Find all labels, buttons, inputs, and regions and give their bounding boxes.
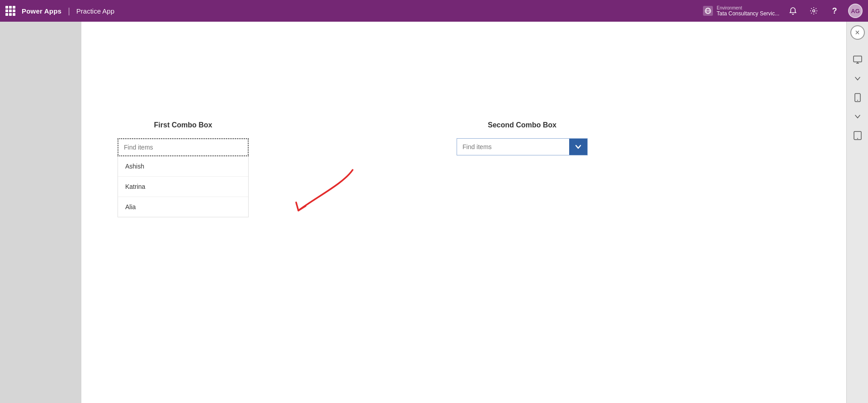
chevron-down-icon [855, 115, 860, 118]
first-combo-input[interactable] [118, 138, 249, 156]
desktop-chevron-button[interactable] [849, 70, 866, 87]
environment-name: Tata Consultancy Servic... [717, 10, 779, 17]
annotation-arrow [271, 165, 362, 220]
second-combo-label: Second Combo Box [488, 121, 557, 129]
second-combo-input[interactable] [457, 139, 569, 155]
left-sidebar [0, 22, 81, 403]
first-combo-label: First Combo Box [154, 121, 212, 129]
svg-point-8 [857, 100, 858, 101]
environment-label: Environment [717, 5, 779, 10]
help-button[interactable]: ? [827, 4, 842, 18]
bell-button[interactable] [786, 4, 800, 18]
first-combo-section: First Combo Box Ashish Katrina Alia [118, 121, 249, 217]
first-combo-dropdown: Ashish Katrina Alia [118, 156, 249, 217]
topbar: Power Apps | Practice App Environment Ta… [0, 0, 868, 22]
chevron-down-icon [855, 77, 860, 80]
second-combo-container [457, 138, 588, 155]
list-item[interactable]: Ashish [118, 156, 248, 177]
mobile-view-button[interactable] [849, 89, 866, 106]
mobile-chevron-button[interactable] [849, 108, 866, 125]
chevron-down-icon [575, 144, 581, 150]
svg-rect-4 [854, 56, 862, 62]
environment-text: Environment Tata Consultancy Servic... [717, 5, 779, 17]
environment-block: Environment Tata Consultancy Servic... [703, 5, 779, 17]
environment-icon [703, 6, 713, 16]
desktop-icon [853, 56, 862, 64]
desktop-view-button[interactable] [849, 52, 866, 68]
combos-row: First Combo Box Ashish Katrina Alia [118, 121, 819, 217]
mobile-icon [854, 93, 861, 102]
right-sidebar: × [846, 22, 868, 403]
second-combo-dropdown-button[interactable] [569, 139, 587, 155]
close-button[interactable]: × [850, 25, 865, 40]
topbar-right: Environment Tata Consultancy Servic... ?… [703, 4, 863, 18]
user-avatar[interactable]: AG [848, 4, 863, 18]
product-name: Power Apps [22, 7, 61, 15]
svg-point-10 [857, 138, 858, 139]
gear-button[interactable] [807, 4, 821, 18]
canvas-area: First Combo Box Ashish Katrina Alia [81, 22, 846, 403]
apps-grid-icon[interactable] [5, 6, 15, 16]
list-item[interactable]: Katrina [118, 177, 248, 197]
first-combo-container: Ashish Katrina Alia [118, 138, 249, 217]
app-name: Practice App [76, 7, 114, 15]
tablet-view-button[interactable] [849, 127, 866, 144]
tablet-icon [854, 131, 862, 140]
main-layout: First Combo Box Ashish Katrina Alia [0, 22, 868, 403]
title-separator: | [68, 6, 70, 16]
second-combo-section: Second Combo Box [457, 121, 588, 217]
canvas-content: First Combo Box Ashish Katrina Alia [81, 22, 846, 403]
close-icon: × [855, 28, 860, 37]
svg-point-3 [813, 10, 815, 12]
list-item[interactable]: Alia [118, 197, 248, 217]
